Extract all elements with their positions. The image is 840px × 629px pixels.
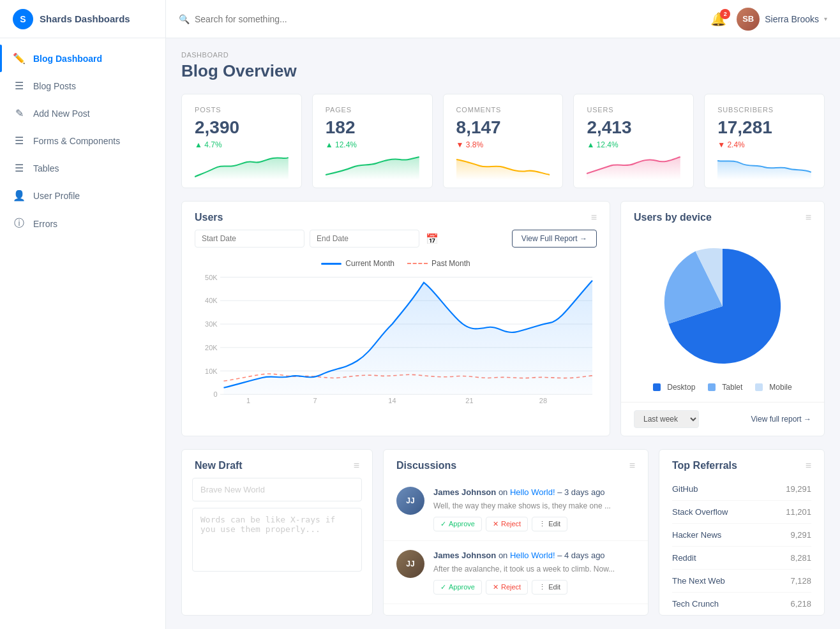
referral-count: 6,218 [790,599,811,609]
referrals-menu-icon[interactable]: ≡ [806,460,811,471]
stat-card-comments: COMMENTS 8,147 ▼ 3.8% [443,94,564,188]
end-date-input[interactable] [310,230,419,248]
discussion-actions: ✓ Approve ✕ Reject ⋮ Edit [433,517,635,531]
edit-button[interactable]: ⋮ Edit [532,517,567,531]
chart-legend: Current Month Past Month [182,254,610,270]
device-chart-menu-icon[interactable]: ≡ [806,212,811,223]
legend-current-month: Current Month [321,259,394,268]
avatar: JJ [396,550,424,578]
referrals-title: Top Referrals [672,460,737,471]
sidebar-item-blog-posts[interactable]: ☰ Blog Posts [0,72,165,100]
referrals-header: Top Referrals ≡ [659,450,824,478]
forms-icon: ☰ [13,135,26,147]
draft-title: New Draft [195,460,243,471]
referral-list: GitHub 19,291 Stack Overflow 11,201 Hack… [659,478,824,615]
svg-text:20K: 20K [205,344,218,352]
stat-change: ▲ 12.4% [587,140,680,149]
sidebar-item-forms-components[interactable]: ☰ Forms & Components [0,127,165,154]
search-icon: 🔍 [179,14,190,24]
approve-button[interactable]: ✓ Approve [433,580,482,595]
referral-name: Hacker News [672,530,721,540]
reject-button[interactable]: ✕ Reject [486,517,528,531]
avatar: JJ [396,487,424,515]
edit-button[interactable]: ⋮ Edit [532,580,567,595]
referral-item: Tech Crunch 6,218 [672,593,811,615]
view-report-button[interactable]: View Full Report → [512,230,597,248]
notif-badge: 2 [720,9,730,19]
period-select[interactable]: Last week Last month Last year [634,410,699,428]
stat-card-pages: PAGES 182 ▲ 12.4% [312,94,433,188]
search-input[interactable] [195,14,685,24]
sidebar-item-add-new-post[interactable]: ✎ Add New Post [0,100,165,127]
stat-label: USERS [587,106,680,114]
stat-sparkline-posts [195,154,289,180]
referral-name: Stack Overflow [672,507,728,517]
start-date-input[interactable] [195,230,304,248]
stat-value: 8,147 [456,117,550,138]
sidebar-item-label: Tables [33,163,59,174]
discussions-header: Discussions ≡ [384,450,648,478]
stat-card-users: USERS 2,413 ▲ 12.4% [573,94,694,188]
discussions-menu-icon[interactable]: ≡ [629,460,635,471]
new-draft-card: New Draft ≡ [181,449,373,616]
calendar-icon[interactable]: 📅 [426,233,439,245]
legend-tablet: Tablet [708,383,742,392]
approve-button[interactable]: ✓ Approve [433,517,482,531]
mobile-dot [755,383,763,391]
referral-name: The Next Web [672,576,725,586]
referrals-card: Top Referrals ≡ GitHub 19,291 Stack Over… [659,449,825,616]
referral-item: Hacker News 9,291 [672,524,811,547]
bottom-row: New Draft ≡ Discussions ≡ JJ [181,449,825,616]
discussion-excerpt: After the avalanche, it took us a week t… [433,564,635,575]
stat-cards: POSTS 2,390 ▲ 4.7% PAGES 182 ▲ 12.4% [181,94,825,188]
discussion-body: James Johnson on Hello World! – 3 days a… [433,487,635,531]
stat-sparkline-comments [456,154,550,180]
user-icon: 👤 [13,189,26,202]
page-title: Blog Overview [181,61,825,81]
sidebar-item-label: User Profile [33,191,80,201]
draft-body-input[interactable] [192,508,362,572]
users-chart-card: Users ≡ 📅 View Full Report → Current Mon… [181,201,610,436]
users-chart-title: Users [195,212,223,223]
pencil-icon: ✏️ [13,52,26,64]
referral-count: 11,201 [786,507,811,517]
stat-label: SUBSCRIBERS [717,106,811,114]
draft-title-input[interactable] [192,478,362,501]
main-layout: ✏️ Blog Dashboard ☰ Blog Posts ✎ Add New… [0,38,840,629]
sidebar-item-tables[interactable]: ☰ Tables [0,154,165,182]
notifications-button[interactable]: 🔔 2 [710,11,726,27]
chart-controls: 📅 View Full Report → [182,230,610,254]
sidebar-item-errors[interactable]: ⓘ Errors [0,209,165,238]
stat-card-posts: POSTS 2,390 ▲ 4.7% [181,94,302,188]
charts-row: Users ≡ 📅 View Full Report → Current Mon… [181,201,825,436]
reject-button[interactable]: ✕ Reject [486,580,528,595]
topbar: S Shards Dashboards 🔍 🔔 2 SB Sierra Broo… [0,0,840,38]
view-full-report-link[interactable]: View full report → [751,415,811,424]
stat-value: 2,413 [587,117,680,138]
sidebar-item-blog-dashboard[interactable]: ✏️ Blog Dashboard [0,45,165,72]
referral-count: 7,128 [790,576,811,586]
discussion-item: JJ James Johnson on Hello World! – 4 day… [384,541,648,604]
table-icon: ☰ [13,162,26,174]
legend-mobile: Mobile [755,383,791,392]
draft-menu-icon[interactable]: ≡ [354,460,359,471]
discussions-card: Discussions ≡ JJ James Johnson on Hello … [383,449,649,616]
device-chart-header: Users by device ≡ [621,202,824,230]
svg-text:28: 28 [539,397,547,404]
content-area: DASHBOARD Blog Overview POSTS 2,390 ▲ 4.… [166,38,840,629]
stat-change: ▼ 3.8% [456,140,550,149]
chevron-down-icon: ▾ [824,15,827,22]
user-menu[interactable]: SB Sierra Brooks ▾ [737,8,827,31]
stat-change: ▲ 12.4% [326,140,419,149]
discussion-title: James Johnson on Hello World! – 4 days a… [433,550,635,561]
tablet-dot [708,383,716,391]
stat-value: 182 [326,117,419,138]
sidebar-item-label: Blog Dashboard [33,54,102,64]
users-chart-menu-icon[interactable]: ≡ [591,212,597,223]
avatar: SB [737,8,760,31]
sidebar-item-label: Errors [33,219,57,229]
sidebar-item-user-profile[interactable]: 👤 User Profile [0,182,165,209]
discussion-title: James Johnson on Hello World! – 3 days a… [433,487,635,498]
stat-value: 17,281 [717,117,811,138]
svg-text:21: 21 [465,397,473,404]
